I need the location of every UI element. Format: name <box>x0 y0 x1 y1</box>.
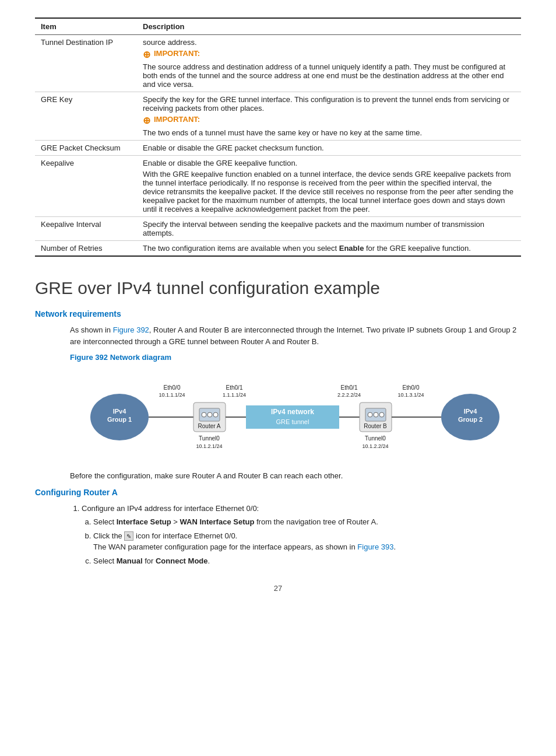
network-requirements-heading: Network requirements <box>35 309 521 318</box>
table-row: GRE Packet Checksum Enable or disable th… <box>35 141 521 156</box>
important-label: IMPORTANT: <box>154 115 200 124</box>
tunnel0-right-label: Tunnel0 <box>365 435 386 442</box>
tunnel0-right-ip: 10.1.2.2/24 <box>362 443 388 449</box>
desc-text-2: The two ends of a tunnel must have the s… <box>143 128 515 137</box>
desc-cell: source address. ⊕ IMPORTANT: The source … <box>137 35 521 92</box>
config-table: Item Description Tunnel Destination IP s… <box>35 18 521 257</box>
eth00-right-label: Eth0/0 <box>403 384 420 391</box>
desc-cell: The two configuration items are availabl… <box>137 241 521 257</box>
tunnel0-left-ip: 10.1.2.1/24 <box>196 443 222 449</box>
ip-right2-label: 10.1.3.1/24 <box>397 392 424 398</box>
configuring-heading: Configuring Router A <box>35 488 521 497</box>
table-row: GRE Key Specify the key for the GRE tunn… <box>35 92 521 141</box>
ipv4-network-label: IPv4 network <box>271 408 314 416</box>
important-block: ⊕ IMPORTANT: <box>143 115 515 126</box>
desc-cell: Enable or disable the GRE keepalive func… <box>137 156 521 217</box>
desc-text: Specify the key for the GRE tunnel inter… <box>143 95 515 113</box>
item-cell: Keepalive <box>35 156 137 217</box>
table-row: Tunnel Destination IP source address. ⊕ … <box>35 35 521 92</box>
page-number: 27 <box>35 584 521 593</box>
item-cell: Number of Retries <box>35 241 137 257</box>
tunnel0-left-label: Tunnel0 <box>199 435 220 442</box>
eth01-right-label: Eth0/1 <box>341 384 358 391</box>
step-1b: Click the ✎ icon for interface Ethernet … <box>93 530 521 553</box>
desc-cell: Specify the interval between sending the… <box>137 217 521 241</box>
important-block: ⊕ IMPORTANT: <box>143 49 515 60</box>
eth01-left-label: Eth0/1 <box>226 384 243 391</box>
ipv4-group1-label1: IPv4 <box>113 408 127 415</box>
desc-text-2: With the GRE keepalive function enabled … <box>143 170 515 214</box>
desc-text: The two configuration items are availabl… <box>143 244 515 253</box>
table-header-desc: Description <box>137 18 521 35</box>
step-1b-note: The WAN parameter configuration page for… <box>93 542 396 551</box>
steps-list: Configure an IPv4 address for interface … <box>82 503 521 567</box>
diagram-svg: IPv4 Group 1 Eth0/0 10.1.1.1/24 ROUTER R… <box>86 368 505 461</box>
figure-title-container: Figure 392 Network diagram IPv4 Group 1 … <box>70 353 521 461</box>
router-b-text: Router B <box>364 423 387 429</box>
ipv4-group1-label2: Group 1 <box>107 416 132 423</box>
ip-right1-label: 2.2.2.2/24 <box>337 392 361 398</box>
gre-tunnel-label: GRE tunnel <box>276 418 309 425</box>
item-cell: GRE Key <box>35 92 137 141</box>
edit-icon: ✎ <box>124 531 133 541</box>
router-a-icon-c3 <box>213 412 218 417</box>
router-b-icon-c3 <box>379 412 384 417</box>
step-1a: Select Interface Setup > WAN Interface S… <box>93 516 521 528</box>
step-1: Configure an IPv4 address for interface … <box>82 503 521 567</box>
table-header-item: Item <box>35 18 137 35</box>
router-a-icon-c1 <box>202 412 206 417</box>
router-b-icon-c2 <box>374 412 378 417</box>
router-a-icon-c2 <box>207 412 212 417</box>
desc-cell: Specify the key for the GRE tunnel inter… <box>137 92 521 141</box>
eth00-left-label: Eth0/0 <box>164 384 181 391</box>
table-row: Keepalive Interval Specify the interval … <box>35 217 521 241</box>
router-b-icon-c1 <box>368 412 372 417</box>
sub-steps: Select Interface Setup > WAN Interface S… <box>93 516 521 566</box>
router-a-text: Router A <box>198 423 221 429</box>
network-diagram: IPv4 Group 1 Eth0/0 10.1.1.1/24 ROUTER R… <box>70 368 521 461</box>
desc-text: Enable or disable the GRE keepalive func… <box>143 159 515 167</box>
body-text-before-config: Before the configuration, make sure Rout… <box>70 470 521 482</box>
body-text-before: As shown in <box>70 326 113 334</box>
important-icon: ⊕ <box>143 49 150 60</box>
figure-392-link[interactable]: Figure 392 <box>113 326 149 334</box>
network-requirements-body: As shown in Figure 392, Router A and Rou… <box>70 324 521 347</box>
item-cell: Tunnel Destination IP <box>35 35 137 92</box>
desc-text: Specify the interval between sending the… <box>143 220 515 237</box>
table-row: Keepalive Enable or disable the GRE keep… <box>35 156 521 217</box>
important-icon: ⊕ <box>143 115 150 126</box>
figure-title: Figure 392 Network diagram <box>70 353 521 362</box>
desc-text: source address. <box>143 38 515 47</box>
item-cell: GRE Packet Checksum <box>35 141 137 156</box>
step-1-text: Configure an IPv4 address for interface … <box>82 504 259 513</box>
ip-left1-label: 10.1.1.1/24 <box>159 392 185 398</box>
figure-393-link[interactable]: Figure 393 <box>357 542 393 551</box>
desc-text-2: The source address and destination addre… <box>143 62 515 89</box>
ipv4-group2-label2: Group 2 <box>458 416 483 423</box>
desc-cell: Enable or disable the GRE packet checksu… <box>137 141 521 156</box>
section-title: GRE over IPv4 tunnel configuration examp… <box>35 278 521 299</box>
ip-left2-label: 1.1.1.1/24 <box>223 392 246 398</box>
desc-text: Enable or disable the GRE packet checksu… <box>143 144 515 152</box>
item-cell: Keepalive Interval <box>35 217 137 241</box>
important-label: IMPORTANT: <box>154 49 200 58</box>
step-1c: Select Manual for Connect Mode. <box>93 555 521 567</box>
table-row: Number of Retries The two configuration … <box>35 241 521 257</box>
ipv4-group2-label1: IPv4 <box>464 408 478 415</box>
